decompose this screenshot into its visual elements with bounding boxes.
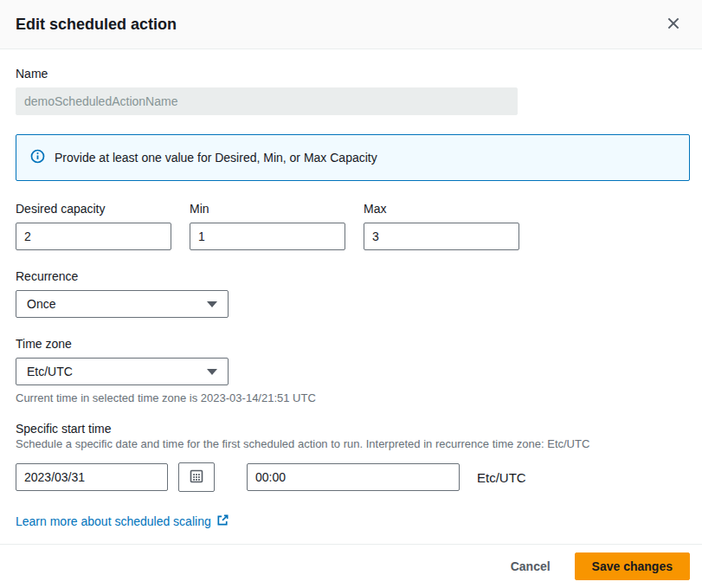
learn-more-link-label: Learn more about scheduled scaling	[16, 514, 211, 528]
chevron-down-icon	[207, 301, 217, 307]
max-capacity-field: Max	[364, 202, 519, 250]
desired-capacity-field: Desired capacity	[16, 202, 171, 250]
start-time-row: Etc/UTC	[16, 462, 686, 492]
current-time-helper: Current time in selected time zone is 20…	[16, 391, 686, 404]
max-label: Max	[364, 202, 519, 216]
save-changes-button[interactable]: Save changes	[575, 552, 690, 580]
modal-body: Name Provide at least one value for Desi…	[0, 49, 702, 544]
capacity-row: Desired capacity Min Max	[16, 202, 686, 250]
min-label: Min	[190, 202, 345, 216]
timezone-suffix: Etc/UTC	[477, 470, 526, 485]
name-field: Name	[16, 67, 686, 115]
time-zone-selected-value: Etc/UTC	[27, 365, 73, 378]
close-button[interactable]	[662, 12, 685, 37]
modal-title: Edit scheduled action	[16, 16, 177, 34]
alert-message: Provide at least one value for Desired, …	[55, 151, 377, 165]
learn-more-link[interactable]: Learn more about scheduled scaling	[16, 514, 229, 529]
time-zone-select[interactable]: Etc/UTC	[16, 358, 229, 385]
modal-header: Edit scheduled action	[0, 0, 702, 49]
time-zone-label: Time zone	[16, 337, 686, 351]
specific-start-time-field: Specific start time Schedule a specific …	[16, 422, 686, 492]
recurrence-field: Recurrence Once	[16, 269, 686, 318]
desired-capacity-label: Desired capacity	[16, 202, 171, 216]
time-zone-field: Time zone Etc/UTC Current time in select…	[16, 337, 686, 404]
min-input[interactable]	[190, 223, 345, 250]
recurrence-label: Recurrence	[16, 269, 686, 283]
cancel-button[interactable]: Cancel	[511, 559, 551, 573]
max-input[interactable]	[364, 223, 519, 250]
external-link-icon	[216, 514, 229, 529]
recurrence-selected-value: Once	[27, 297, 55, 311]
specific-start-time-label: Specific start time	[16, 422, 686, 436]
desired-capacity-input[interactable]	[16, 223, 171, 250]
start-date-input[interactable]	[16, 463, 168, 491]
info-alert: Provide at least one value for Desired, …	[16, 134, 690, 181]
edit-scheduled-action-modal: Edit scheduled action Name Provide at l	[0, 0, 702, 588]
name-input	[16, 87, 518, 115]
start-time-input[interactable]	[247, 463, 460, 491]
calendar-icon	[190, 469, 203, 486]
name-label: Name	[16, 67, 686, 81]
close-icon	[666, 16, 681, 34]
modal-footer: Cancel Save changes	[0, 544, 702, 588]
specific-start-time-description: Schedule a specific date and time for th…	[16, 437, 686, 450]
calendar-picker-button[interactable]	[178, 462, 215, 492]
min-capacity-field: Min	[190, 202, 345, 250]
chevron-down-icon	[207, 369, 217, 375]
recurrence-select[interactable]: Once	[16, 290, 229, 318]
info-icon	[30, 149, 45, 167]
